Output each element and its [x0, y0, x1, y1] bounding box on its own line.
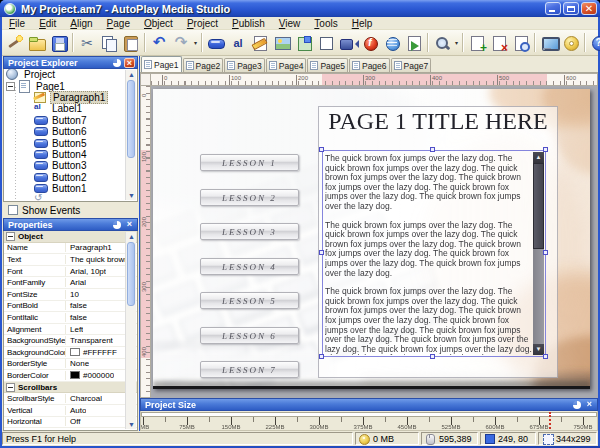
tab-page6[interactable]: Page6 [349, 58, 390, 72]
dropdown-arrow-icon[interactable]: ▾ [453, 39, 460, 46]
lesson-button-1[interactable]: LESSON 1 [200, 154, 299, 171]
tree-item-button4[interactable]: Button4 [4, 149, 137, 160]
new-label-object-button[interactable]: al [227, 32, 249, 54]
lesson-button-5[interactable]: LESSON 5 [200, 292, 299, 309]
property-value[interactable]: Transparent [66, 336, 113, 345]
tree-item-button1[interactable]: Button1 [4, 183, 137, 194]
property-row-fontitalic[interactable]: FontItalicfalse [4, 312, 137, 324]
tree-item-button7[interactable]: Button7 [4, 115, 137, 126]
property-row-horizontal[interactable]: HorizontalOff [4, 417, 137, 429]
selection-handle[interactable] [319, 147, 324, 152]
expander-minus-icon[interactable] [6, 82, 15, 91]
new-image-object-button[interactable] [271, 32, 293, 54]
scroll-down-icon[interactable]: ▼ [126, 420, 137, 429]
autohide-pin-icon[interactable] [113, 221, 121, 229]
new-project-button[interactable] [4, 32, 26, 54]
new-paragraph-object-button[interactable] [249, 32, 271, 54]
save-project-button[interactable] [48, 32, 70, 54]
undo-button[interactable] [148, 32, 170, 54]
build-button[interactable] [560, 32, 582, 54]
properties-scrollbar[interactable]: ▲ ▼ [125, 232, 136, 429]
property-group-object[interactable]: Object [4, 231, 137, 243]
tree-item-button3[interactable]: Button3 [4, 160, 137, 171]
property-row-font[interactable]: FontArial, 10pt [4, 266, 137, 278]
menu-publish[interactable]: Publish [225, 17, 272, 30]
property-value[interactable]: Paragraph1 [66, 243, 112, 252]
scroll-up-icon[interactable]: ▲ [533, 152, 544, 163]
property-value[interactable]: None [66, 359, 89, 368]
tree-item-button6[interactable]: Button6 [4, 126, 137, 137]
copy-button[interactable] [98, 32, 120, 54]
page-properties-button[interactable] [510, 32, 532, 54]
project-size-close-button[interactable]: × [584, 400, 595, 410]
property-value[interactable]: 10 [66, 290, 79, 299]
selection-handle[interactable] [319, 250, 324, 255]
property-value[interactable]: Arial, 10pt [66, 267, 106, 276]
project-size-header[interactable]: Project Size × [140, 398, 598, 411]
menu-object[interactable]: Object [137, 17, 180, 30]
lesson-button-7[interactable]: LESSON 7 [200, 361, 299, 378]
property-value[interactable]: The quick brown [66, 255, 129, 264]
tree-item-partial[interactable] [4, 194, 137, 202]
menu-help[interactable]: Help [345, 17, 380, 30]
property-value[interactable]: Auto [66, 406, 86, 415]
open-project-button[interactable] [26, 32, 48, 54]
property-row-borderstyle[interactable]: BorderStyleNone [4, 359, 137, 371]
tree-item-button2[interactable]: Button2 [4, 172, 137, 183]
page-title-text[interactable]: PAGE 1 TITLE HERE [316, 108, 560, 135]
paragraph-scrollbar-track[interactable] [533, 249, 544, 344]
add-page-button[interactable] [466, 32, 488, 54]
selection-handle[interactable] [319, 354, 324, 359]
project-explorer-close-button[interactable]: × [124, 58, 135, 68]
new-web-object-button[interactable] [381, 32, 403, 54]
autohide-pin-icon[interactable] [113, 59, 121, 67]
page-design-surface[interactable]: PAGE 1 TITLE HERE LESSON 1LESSON 2LESSON… [153, 89, 590, 389]
new-hotspot-object-button[interactable] [293, 32, 315, 54]
property-row-scrollbarstyle[interactable]: ScrollbarStyleCharcoal [4, 393, 137, 405]
paragraph-scrollbar-thumb[interactable] [533, 163, 544, 249]
selection-handle[interactable] [543, 147, 548, 152]
tree-item-button5[interactable]: Button5 [4, 137, 137, 148]
properties-scrollbar-thumb[interactable] [127, 242, 135, 306]
autohide-pin-icon[interactable] [573, 401, 581, 409]
property-value[interactable]: false [66, 313, 87, 322]
property-row-name[interactable]: NameParagraph1 [4, 243, 137, 255]
property-value[interactable]: Left [66, 325, 83, 334]
minimize-button[interactable] [545, 2, 561, 15]
new-checkbox-object-button[interactable] [315, 32, 337, 54]
menu-align[interactable]: Align [63, 17, 99, 30]
maximize-button[interactable] [563, 2, 579, 15]
selection-handle[interactable] [543, 354, 548, 359]
property-row-fontfamily[interactable]: FontFamilyArial [4, 277, 137, 289]
property-value[interactable]: #000000 [66, 371, 114, 380]
new-script-object-button[interactable] [403, 32, 425, 54]
new-video-object-button[interactable] [337, 32, 359, 54]
remove-page-button[interactable] [488, 32, 510, 54]
tree-item-label1[interactable]: Label1 [4, 103, 137, 114]
tab-page4[interactable]: Page4 [266, 58, 307, 72]
property-row-fontsize[interactable]: FontSize10 [4, 289, 137, 301]
property-value[interactable]: false [66, 301, 87, 310]
title-bar[interactable]: My Project.am7 - AutoPlay Media Studio ✕ [0, 0, 600, 17]
property-group-scrollbars[interactable]: Scrollbars [4, 382, 137, 394]
tab-page7[interactable]: Page7 [391, 58, 432, 72]
tab-page1[interactable]: Page1 [141, 56, 182, 72]
tab-page3[interactable]: Page3 [224, 58, 265, 72]
menu-tools[interactable]: Tools [307, 17, 344, 30]
new-flash-object-button[interactable] [359, 32, 381, 54]
property-row-alignment[interactable]: AlignmentLeft [4, 324, 137, 336]
show-events-checkbox[interactable] [8, 205, 18, 215]
tree-item-paragraph1[interactable]: Paragraph1 [4, 92, 137, 103]
selection-handle[interactable] [543, 250, 548, 255]
properties-header[interactable]: Properties × [3, 218, 138, 231]
selection-handle[interactable] [430, 147, 435, 152]
property-value[interactable]: Off [66, 417, 81, 426]
property-row-vertical[interactable]: VerticalAuto [4, 405, 137, 417]
paste-button[interactable] [120, 32, 142, 54]
cut-button[interactable] [76, 32, 98, 54]
tab-page2[interactable]: Page2 [183, 58, 224, 72]
lesson-button-2[interactable]: LESSON 2 [200, 189, 299, 206]
selection-handle[interactable] [430, 354, 435, 359]
canvas-viewport[interactable]: PAGE 1 TITLE HERE LESSON 1LESSON 2LESSON… [151, 86, 598, 398]
menu-edit[interactable]: Edit [32, 17, 63, 30]
